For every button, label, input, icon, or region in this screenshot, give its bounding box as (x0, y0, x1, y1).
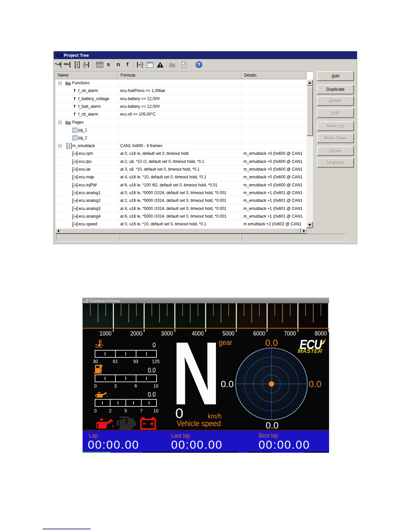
svg-text:0: 0 (94, 383, 97, 389)
svg-text:0.0: 0.0 (148, 391, 156, 398)
svg-text:1000: 1000 (99, 330, 111, 337)
svg-text:km/h: km/h (208, 412, 222, 420)
svg-text:0: 0 (152, 341, 155, 349)
svg-text:10: 10 (153, 408, 158, 413)
svg-text:2000: 2000 (130, 330, 142, 337)
svg-text:5000: 5000 (222, 330, 234, 337)
svg-text:3000: 3000 (161, 330, 173, 337)
svg-text:6: 6 (135, 383, 137, 389)
svg-text:0.0: 0.0 (266, 420, 278, 431)
svg-text:00:00.00: 00:00.00 (171, 438, 223, 451)
svg-text:1: 1 (72, 225, 73, 227)
svg-text:1: 1 (72, 154, 73, 157)
svg-text:Vehicle speed: Vehicle speed (177, 419, 221, 428)
svg-text:61: 61 (113, 358, 118, 364)
svg-text:0: 0 (94, 408, 97, 413)
svg-text:1: 1 (72, 217, 73, 220)
svg-text:1: 1 (72, 170, 73, 172)
svg-text:0.0: 0.0 (309, 379, 321, 389)
svg-text:1: 1 (72, 162, 73, 165)
svg-text:00:00.00: 00:00.00 (88, 438, 139, 451)
svg-text:1: 1 (77, 66, 78, 68)
svg-text:125: 125 (152, 358, 160, 364)
svg-text:7: 7 (140, 408, 143, 413)
svg-text:7000: 7000 (284, 330, 296, 337)
svg-text:3: 3 (114, 383, 117, 389)
svg-text:8000: 8000 (315, 330, 327, 337)
svg-text:1: 1 (83, 66, 85, 68)
svg-text:1: 1 (68, 146, 70, 149)
svg-text:5: 5 (125, 408, 127, 413)
svg-text:2: 2 (109, 408, 111, 413)
svg-text:0: 0 (175, 405, 183, 421)
svg-text:1: 1 (72, 202, 73, 204)
svg-text:1: 1 (142, 66, 143, 68)
svg-text:30: 30 (93, 358, 98, 364)
svg-text:MASTER: MASTER (298, 348, 323, 354)
svg-text:?: ? (197, 62, 200, 68)
svg-text:1: 1 (72, 178, 73, 180)
svg-text:0.0: 0.0 (265, 338, 278, 348)
svg-text:gear: gear (219, 339, 232, 347)
svg-text:6000: 6000 (253, 330, 265, 337)
svg-text:1: 1 (72, 209, 73, 212)
svg-text:10: 10 (153, 383, 158, 389)
svg-text:93: 93 (133, 358, 138, 364)
svg-text:00:00.00: 00:00.00 (259, 438, 310, 451)
svg-text:1: 1 (72, 193, 73, 196)
svg-text:1: 1 (72, 186, 73, 188)
svg-text:0.0: 0.0 (221, 379, 234, 389)
svg-text:0.0: 0.0 (148, 366, 156, 374)
